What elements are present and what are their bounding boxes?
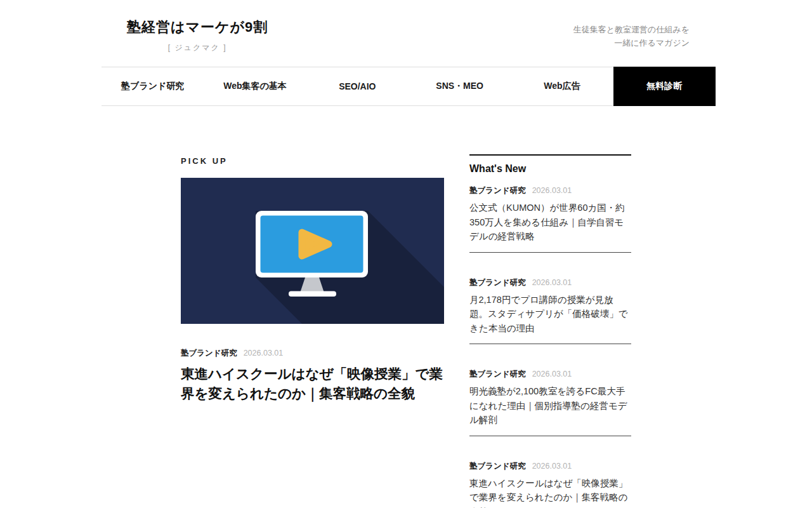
main-area: PICK UP 塾ブランド研究 2026.03.01 東進ハイスクールはなぜ「映… [102,106,716,508]
pickup-label: PICK UP [181,156,444,166]
date-label: 2026.03.01 [532,186,572,195]
monitor-base [289,291,336,297]
nav-item-sns-meo[interactable]: SNS・MEO [409,67,511,105]
site-tagline-line1: 生徒集客と教室運営の仕組みを [573,23,690,36]
news-item[interactable]: 塾ブランド研究 2026.03.01 月2,178円でプロ講師の授業が見放題。ス… [469,277,631,345]
date-label: 2026.03.01 [244,349,284,358]
category-label[interactable]: 塾ブランド研究 [469,277,526,288]
site-header: 塾経営はマーケが9割 [ ジュクマク ] 生徒集客と教室運営の仕組みを 一緒に作… [102,0,716,67]
date-label: 2026.03.01 [532,462,572,471]
site-subtitle: [ ジュクマク ] [127,43,268,53]
category-label[interactable]: 塾ブランド研究 [469,185,526,196]
date-label: 2026.03.01 [532,278,572,287]
category-label[interactable]: 塾ブランド研究 [469,461,526,472]
page-container: 塾経営はマーケが9割 [ ジュクマク ] 生徒集客と教室運営の仕組みを 一緒に作… [102,0,716,508]
nav-item-web-ads[interactable]: Web広告 [511,67,613,105]
category-label[interactable]: 塾ブランド研究 [469,369,526,380]
whats-new-sidebar: What's New 塾ブランド研究 2026.03.01 公文式（KUMON）… [469,154,631,508]
news-item-title[interactable]: 月2,178円でプロ講師の授業が見放題。スタディサプリが「価格破壊」できた本当の… [469,293,631,336]
pickup-section: PICK UP 塾ブランド研究 2026.03.01 東進ハイスクールはなぜ「映… [181,106,444,508]
site-logo[interactable]: 塾経営はマーケが9割 [ ジュクマク ] [127,18,268,53]
news-item[interactable]: 塾ブランド研究 2026.03.01 東進ハイスクールはなぜ「映像授業」で業界を… [469,461,631,508]
news-item[interactable]: 塾ブランド研究 2026.03.01 明光義塾が2,100教室を誇るFC最大手に… [469,369,631,436]
pickup-article-meta: 塾ブランド研究 2026.03.01 [181,348,444,359]
main-nav: 塾ブランド研究 Web集客の基本 SEO/AIO SNS・MEO Web広告 無… [102,67,716,106]
nav-item-brand-research[interactable]: 塾ブランド研究 [102,67,204,105]
date-label: 2026.03.01 [532,370,572,378]
site-tagline-line2: 一緒に作るマガジン [573,36,690,50]
pickup-article-title[interactable]: 東進ハイスクールはなぜ「映像授業」で業界を変えられたのか｜集客戦略の全貌 [181,364,444,404]
news-item-title[interactable]: 東進ハイスクールはなぜ「映像授業」で業界を変えられたのか｜集客戦略の全貌 [469,476,631,508]
pickup-thumbnail[interactable] [181,178,444,324]
nav-item-web-acquisition[interactable]: Web集客の基本 [204,67,306,105]
site-tagline: 生徒集客と教室運営の仕組みを 一緒に作るマガジン [573,23,690,50]
site-title[interactable]: 塾経営はマーケが9割 [127,18,268,37]
news-item-title[interactable]: 公文式（KUMON）が世界60カ国・約350万人を集める仕組み｜自学自習モデルの… [469,201,631,244]
news-item[interactable]: 塾ブランド研究 2026.03.01 公文式（KUMON）が世界60カ国・約35… [469,185,631,253]
news-item-title[interactable]: 明光義塾が2,100教室を誇るFC最大手になれた理由｜個別指導塾の経営モデル解剖 [469,384,631,427]
whats-new-heading: What's New [469,154,631,175]
nav-cta-free-diagnosis[interactable]: 無料診断 [613,67,716,106]
nav-item-seo-aio[interactable]: SEO/AIO [306,67,409,105]
category-label[interactable]: 塾ブランド研究 [181,348,237,359]
